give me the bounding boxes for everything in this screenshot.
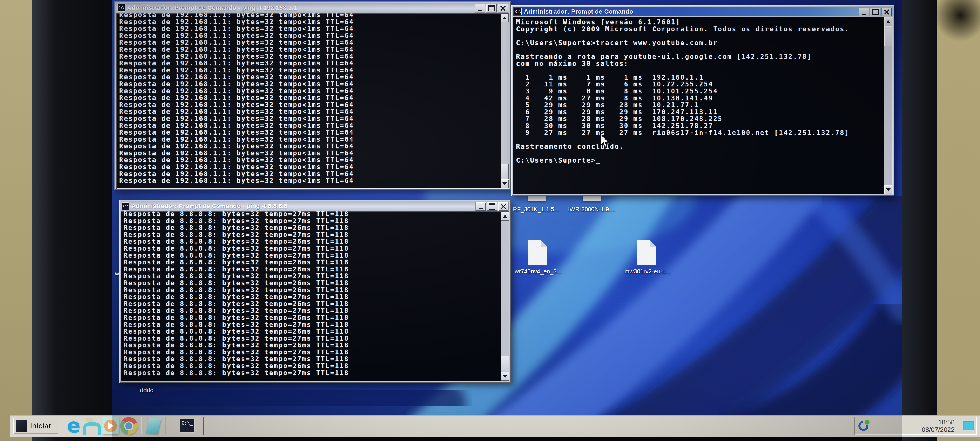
scrollbar[interactable] xyxy=(501,14,509,188)
scroll-up-button[interactable] xyxy=(885,17,892,26)
arrow-down-icon xyxy=(503,375,507,378)
start-label: Iniciar xyxy=(30,422,51,430)
scrollbar-thumb[interactable] xyxy=(501,356,509,371)
desktop-icon-label[interactable]: IWR-3000N-1.9.... xyxy=(559,206,625,213)
ping-router-output: Resposta de 192.168.1.1: bytes=32 tempo<… xyxy=(119,13,498,189)
file-manager-icon[interactable] xyxy=(83,417,101,435)
clock-time: 18:58 xyxy=(922,419,955,426)
scroll-down-button[interactable] xyxy=(501,372,509,381)
green-status-dot xyxy=(865,420,869,424)
console-line: Resposta de 8.8.8.8: bytes=32 tempo=26ms… xyxy=(124,280,499,287)
console-line: 2 11 ms 7 ms 6 ms 10.72.255.254 xyxy=(516,81,882,88)
console-line xyxy=(516,136,882,143)
maximize-icon xyxy=(872,9,878,15)
maximize-button[interactable] xyxy=(487,202,497,211)
console-line: Resposta de 8.8.8.8: bytes=32 tempo=26ms… xyxy=(124,259,499,266)
monitor-bezel-left xyxy=(32,0,111,441)
scrollbar[interactable] xyxy=(501,212,509,381)
desktop-icon-mw301r-file[interactable] xyxy=(637,240,656,265)
update-tray-icon[interactable] xyxy=(858,420,869,432)
console-line: 5 29 ms 29 ms 28 ms 10.21.77.1 xyxy=(516,102,882,108)
minimize-icon xyxy=(862,14,866,15)
photo-of-monitor: RF_301K_1.1.5... IWR-3000N-1.9.... wr740… xyxy=(0,0,980,441)
mouse-cursor xyxy=(600,134,611,148)
scroll-up-button[interactable] xyxy=(501,212,509,221)
desktop-icon-wr740n-file[interactable] xyxy=(528,240,547,265)
console-line xyxy=(516,150,882,157)
console-line: Resposta de 8.8.8.8: bytes=32 tempo=26ms… xyxy=(124,287,499,294)
console-line: Resposta de 8.8.8.8: bytes=32 tempo=26ms… xyxy=(124,238,499,245)
console-line: Resposta de 192.168.1.1: bytes=32 tempo<… xyxy=(119,73,498,81)
console-line: Resposta de 192.168.1.1: bytes=32 tempo<… xyxy=(119,25,498,32)
minimize-icon xyxy=(479,208,482,209)
desktop-icon-label[interactable]: mw301rv2-eu-u... xyxy=(620,268,675,275)
ping-dns-output: Resposta de 8.8.8.8: bytes=32 tempo=27ms… xyxy=(124,211,499,381)
console-line: Resposta de 192.168.1.1: bytes=32 tempo<… xyxy=(119,136,498,143)
scrollbar-thumb[interactable] xyxy=(885,27,892,46)
console-line: Resposta de 8.8.8.8: bytes=32 tempo=26ms… xyxy=(124,363,499,369)
taskbar-clock[interactable]: 18:58 08/07/2022 xyxy=(922,419,955,433)
console-line: Resposta de 8.8.8.8: bytes=32 tempo=26ms… xyxy=(124,224,499,231)
console-line: Resposta de 8.8.8.8: bytes=32 tempo=27ms… xyxy=(124,321,499,328)
taskbar: Iniciar e C:\_ 18: xyxy=(10,414,980,437)
console-line: Resposta de 192.168.1.1: bytes=32 tempo<… xyxy=(119,115,498,122)
arrow-down-icon xyxy=(886,188,891,191)
start-button[interactable]: Iniciar xyxy=(13,417,59,434)
close-button[interactable] xyxy=(881,8,892,16)
maximize-icon xyxy=(488,5,495,11)
scroll-up-button[interactable] xyxy=(501,14,509,22)
console-line: Resposta de 192.168.1.1: bytes=32 tempo<… xyxy=(119,67,498,74)
desktop-stray-label[interactable]: dddc xyxy=(140,387,153,394)
close-icon xyxy=(500,6,506,11)
desktop-screen: RF_301K_1.1.5... IWR-3000N-1.9.... wr740… xyxy=(111,0,902,437)
console-output-area: Resposta de 192.168.1.1: bytes=32 tempo<… xyxy=(116,13,509,189)
desktop-icon-label[interactable]: RF_301K_1.1.5... xyxy=(511,206,561,213)
notes-app-icon[interactable] xyxy=(144,417,162,435)
console-line: Resposta de 8.8.8.8: bytes=32 tempo=26ms… xyxy=(124,300,499,307)
chrome-browser-icon[interactable] xyxy=(120,417,138,435)
language-tray-icon[interactable] xyxy=(963,421,974,430)
console-line: 8 30 ms 30 ms 30 ms 142.251.78.27 xyxy=(516,122,882,129)
console-line xyxy=(516,46,882,53)
close-button[interactable] xyxy=(498,4,508,13)
scroll-down-button[interactable] xyxy=(885,185,892,194)
edge-browser-icon[interactable]: e xyxy=(65,417,83,435)
console-line: 9 27 ms 27 ms 27 ms rio06s17-in-f14.1e10… xyxy=(516,129,882,136)
title-bar[interactable]: C:\ Administrador: Prompt de Comando - p… xyxy=(121,201,509,211)
console-line: 6 29 ms 29 ms 29 ms 170.247.113.11 xyxy=(516,108,882,116)
close-button[interactable] xyxy=(498,202,509,211)
maximize-button[interactable] xyxy=(870,8,880,16)
console-line: Resposta de 192.168.1.1: bytes=32 tempo<… xyxy=(119,122,498,129)
edge-glyph: e xyxy=(67,417,81,435)
console-line: Resposta de 192.168.1.1: bytes=32 tempo<… xyxy=(119,163,498,170)
minimize-button[interactable] xyxy=(859,8,869,16)
console-line: Resposta de 192.168.1.1: bytes=32 tempo<… xyxy=(119,143,498,150)
media-player-icon[interactable] xyxy=(101,417,120,435)
console-line: 4 42 ms 27 ms 8 ms 10.138.141.49 xyxy=(516,95,882,102)
minimize-button[interactable] xyxy=(475,202,486,211)
window-title: Administrador: Prompt de Comando xyxy=(524,8,633,15)
close-icon xyxy=(501,204,506,209)
console-line: Resposta de 8.8.8.8: bytes=32 tempo=26ms… xyxy=(124,328,499,335)
scrollbar[interactable] xyxy=(885,17,892,194)
minimize-button[interactable] xyxy=(475,4,485,13)
title-bar[interactable]: C:\ Administrador: Prompt de Comando xyxy=(513,7,893,16)
arch-shape-icon xyxy=(83,422,101,435)
console-line: Resposta de 8.8.8.8: bytes=32 tempo=27ms… xyxy=(124,272,499,280)
console-line: Resposta de 8.8.8.8: bytes=32 tempo=27ms… xyxy=(124,211,499,217)
chrome-ring-icon xyxy=(124,421,134,430)
desktop-icon-label[interactable]: wr740nv4_en_3... xyxy=(511,268,565,275)
console-line: Resposta de 192.168.1.1: bytes=32 tempo<… xyxy=(119,13,498,18)
console-output-area: Microsoft Windows [versão 6.1.7601]Copyr… xyxy=(513,17,893,194)
arrow-down-icon xyxy=(503,182,507,185)
scrollbar-thumb[interactable] xyxy=(501,164,509,179)
console-line: Resposta de 8.8.8.8: bytes=32 tempo=27ms… xyxy=(124,217,499,224)
maximize-button[interactable] xyxy=(486,4,497,13)
console-line: Resposta de 192.168.1.1: bytes=32 tempo<… xyxy=(119,18,498,25)
window-title: Administrador: Prompt de Comando - ping … xyxy=(132,202,288,210)
taskbar-cmd-window-button[interactable]: C:\_ xyxy=(171,417,204,435)
scroll-down-button[interactable] xyxy=(501,179,509,188)
title-bar[interactable]: C:\ Administrador: Prompt de Comando - p… xyxy=(116,3,509,13)
console-line: Resposta de 192.168.1.1: bytes=32 tempo<… xyxy=(119,94,498,101)
console-line: Resposta de 8.8.8.8: bytes=32 tempo=27ms… xyxy=(124,355,499,363)
